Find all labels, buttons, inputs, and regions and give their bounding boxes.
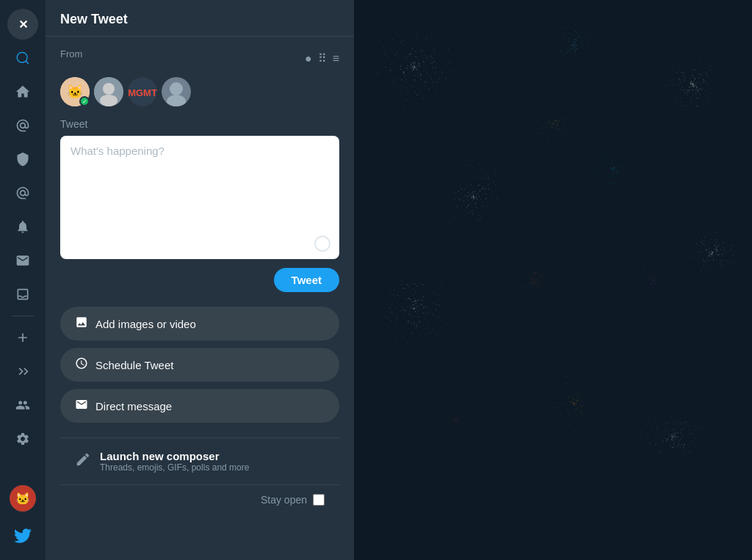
svg-text:MGMT: MGMT [128,87,157,98]
direct-message-button[interactable]: Direct message [60,389,339,423]
divider [12,316,34,316]
at-icon[interactable] [7,110,38,141]
char-counter [314,236,330,252]
launch-composer-title: Launch new composer [100,450,249,462]
list-icon[interactable]: ≡ [333,52,339,65]
add-icon[interactable] [7,322,38,353]
twitter-icon [7,520,38,551]
stay-open-row: Stay open [60,484,339,514]
svg-point-5 [103,83,115,95]
tweet-textarea-wrap [60,136,339,259]
circle-icon[interactable]: ● [305,52,312,65]
shield-icon[interactable] [7,144,38,175]
account-avatar-4[interactable] [162,77,191,106]
account-avatar-2[interactable] [94,77,123,106]
svg-point-10 [170,82,183,95]
at2-icon[interactable] [7,178,38,208]
forward-icon[interactable] [7,356,38,387]
sidebar: ✕ 🐱 [0,0,46,560]
grid-icon[interactable]: ⠿ [318,51,327,65]
from-section: From ● ⠿ ≡ 🐱 ✓ [46,37,354,526]
add-media-label: Add images or video [95,318,196,330]
launch-composer[interactable]: Launch new composer Threads, emojis, GIF… [60,437,339,484]
launch-composer-subtitle: Threads, emojis, GIFs, polls and more [100,462,249,473]
schedule-tweet-label: Schedule Tweet [95,359,173,371]
from-row: From ● ⠿ ≡ [60,48,339,68]
avatars-row: 🐱 ✓ MGMT [60,77,339,106]
tweet-label: Tweet [60,118,339,130]
background-canvas [354,0,752,560]
avatar-image-2 [94,77,123,106]
mail-icon[interactable] [7,245,38,276]
account-avatar-1[interactable]: 🐱 ✓ [60,77,90,106]
from-icons: ● ⠿ ≡ [305,51,339,65]
team-icon[interactable] [7,390,38,421]
account-avatar-3[interactable]: MGMT [128,77,157,106]
inbox-icon[interactable] [7,279,38,310]
tweet-input[interactable] [70,145,329,247]
panel-header: New Tweet [46,0,354,37]
new-tweet-panel: New Tweet From ● ⠿ ≡ 🐱 ✓ [46,0,354,560]
direct-message-label: Direct message [95,400,172,412]
close-icon[interactable]: ✕ [7,9,38,40]
clock-icon [75,357,88,373]
avatar-check-1: ✓ [79,96,90,106]
settings-icon[interactable] [7,423,38,454]
action-buttons: Add images or video Schedule Tweet Direc… [60,307,339,423]
bell-icon[interactable] [7,211,38,242]
tweet-button[interactable]: Tweet [274,268,339,292]
avatar-image-3: MGMT [128,77,157,106]
schedule-tweet-button[interactable]: Schedule Tweet [60,348,339,382]
svg-text:🐱: 🐱 [15,492,30,506]
stay-open-label: Stay open [261,494,307,506]
panel-title: New Tweet [60,12,339,27]
avatar-image-4 [162,77,191,106]
user-avatar[interactable]: 🐱 [10,485,36,512]
stay-open-checkbox[interactable] [313,494,325,506]
svg-point-6 [100,95,118,106]
background-area [354,0,752,560]
add-media-button[interactable]: Add images or video [60,307,339,341]
from-label: From [60,48,82,59]
image-icon [75,316,88,332]
home-icon[interactable] [7,76,38,107]
tweet-btn-row: Tweet [60,268,339,292]
search-icon[interactable] [7,43,38,73]
launch-composer-text: Launch new composer Threads, emojis, GIF… [100,450,249,473]
composer-icon [75,451,91,471]
envelope-icon [75,398,88,414]
